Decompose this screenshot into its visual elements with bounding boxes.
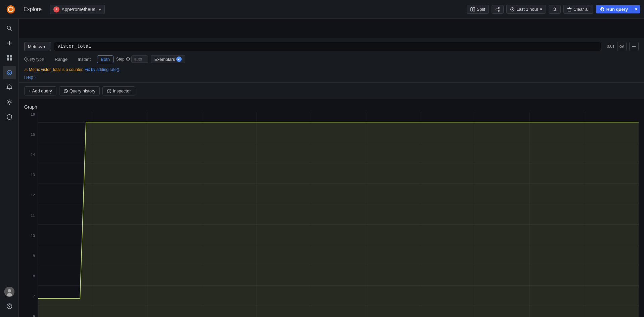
check-icon	[178, 58, 180, 61]
svg-point-38	[9, 307, 9, 308]
inspector-button[interactable]: Inspector	[102, 86, 135, 95]
sidebar-item-dashboards[interactable]	[3, 51, 16, 65]
step-label: Step	[116, 57, 125, 62]
clear-all-button[interactable]: Clear all	[563, 5, 593, 14]
eye-icon	[619, 44, 624, 49]
sidebar-item-add[interactable]	[3, 36, 16, 50]
sidebar-item-explore[interactable]	[3, 66, 16, 79]
share-icon	[495, 7, 500, 12]
info-circle-icon	[107, 89, 111, 93]
y-axis-label: 11	[31, 213, 35, 217]
y-axis-label: 15	[31, 132, 35, 136]
grafana-logo[interactable]	[4, 3, 17, 16]
svg-point-11	[498, 10, 500, 11]
run-query-dropdown[interactable]: ▾	[632, 7, 640, 12]
user-avatar[interactable]	[4, 287, 14, 297]
metrics-button[interactable]: Metrics ▾	[24, 42, 51, 51]
svg-point-9	[498, 7, 500, 8]
info-icon	[126, 57, 130, 61]
plus-icon	[6, 40, 12, 46]
query-history-button[interactable]: Query history	[59, 86, 100, 95]
sidebar-item-shield[interactable]	[3, 110, 16, 124]
svg-point-10	[496, 9, 497, 10]
split-button[interactable]: Split	[467, 5, 489, 14]
shield-icon	[6, 114, 12, 120]
remove-query-button[interactable]	[629, 42, 639, 51]
time-range-button[interactable]: Last 1 hour ▾	[506, 5, 546, 14]
trash-icon	[567, 7, 572, 12]
chevron-down-icon: ▾	[635, 7, 637, 12]
y-axis-label: 8	[33, 274, 35, 278]
minus-icon	[632, 44, 636, 49]
svg-rect-28	[7, 58, 9, 61]
sidebar-item-alerting[interactable]	[3, 81, 16, 94]
instant-button[interactable]: Instant	[74, 55, 94, 63]
both-button[interactable]: Both	[97, 55, 113, 63]
svg-point-39	[621, 46, 623, 47]
help-label: Help	[24, 75, 33, 80]
warning-row: ⚠ Metric vistor_total is a counter. Fix …	[24, 66, 639, 73]
svg-line-18	[555, 10, 556, 11]
y-axis-label: 9	[33, 254, 35, 258]
eye-button[interactable]	[617, 42, 627, 51]
y-axis-label: 7	[33, 294, 35, 298]
svg-point-17	[553, 8, 556, 10]
action-row: + Add query Query history Inspector	[19, 83, 644, 99]
explore-icon	[6, 70, 12, 76]
split-icon	[470, 7, 475, 12]
y-axis-label: 13	[31, 173, 35, 177]
svg-point-31	[8, 72, 10, 74]
svg-rect-7	[471, 7, 472, 11]
chart-area[interactable]: 17:1517:2017:2517:3017:3517:4017:4517:50…	[38, 112, 639, 317]
main-content: Metrics ▾ 0.0s Query type Range Instant …	[19, 38, 644, 317]
svg-point-33	[8, 101, 10, 103]
svg-rect-25	[7, 43, 12, 43]
explore-title: Explore	[21, 6, 42, 12]
svg-rect-8	[473, 7, 475, 11]
step-input[interactable]	[131, 55, 148, 63]
y-axis-label: 14	[31, 153, 35, 157]
svg-point-2	[10, 6, 11, 8]
add-query-button[interactable]: + Add query	[24, 86, 56, 95]
warning-counter-icon: ⚠	[24, 67, 29, 72]
bell-icon	[6, 84, 12, 90]
svg-point-43	[128, 58, 128, 58]
exemplars-button[interactable]: Exemplars	[151, 55, 185, 63]
exemplars-toggle	[176, 56, 182, 62]
y-axis-label: 16	[31, 112, 35, 116]
search-icon	[6, 25, 12, 31]
sidebar-item-search[interactable]	[3, 22, 16, 35]
warning-text: Metric vistor_total is a counter.	[29, 67, 83, 72]
sidebar-item-settings[interactable]	[3, 95, 16, 109]
sidebar-item-help[interactable]	[3, 300, 16, 313]
help-button[interactable]: Help ›	[24, 75, 36, 80]
svg-point-30	[7, 70, 12, 75]
y-axis-label: 12	[31, 193, 35, 197]
sidebar	[0, 19, 19, 317]
svg-rect-29	[10, 58, 12, 61]
graph-container: 161514131211109876 17:1517:2017:2517:301…	[24, 112, 639, 317]
range-button[interactable]: Range	[51, 55, 71, 63]
query-time: 0.0s	[607, 44, 614, 49]
datasource-picker[interactable]: P AppPrometheus ▾	[50, 5, 104, 14]
chevron-down-icon: ▾	[99, 7, 101, 12]
help-arrow: ›	[34, 75, 36, 80]
step-group: Step	[116, 55, 148, 63]
chart-svg	[38, 112, 639, 317]
query-type-row: Query type Range Instant Both Step Exemp…	[24, 54, 639, 66]
share-button[interactable]	[492, 5, 504, 14]
svg-point-4	[8, 10, 9, 11]
svg-line-13	[497, 9, 498, 10]
svg-rect-40	[632, 46, 636, 47]
svg-point-36	[7, 293, 12, 296]
graph-title: Graph	[24, 104, 639, 110]
fix-rate-link[interactable]: Fix by adding rate().	[85, 67, 121, 72]
zoom-icon	[552, 7, 557, 12]
query-type-label: Query type	[24, 57, 48, 62]
query-input[interactable]	[54, 42, 601, 51]
run-query-button[interactable]: Run query ▾	[596, 5, 640, 13]
topbar: Explore P AppPrometheus ▾ Split Last 1 h…	[0, 0, 644, 19]
magnify-button[interactable]	[549, 5, 561, 14]
dashboards-icon	[6, 55, 12, 61]
query-row: Metrics ▾ 0.0s	[24, 42, 639, 51]
